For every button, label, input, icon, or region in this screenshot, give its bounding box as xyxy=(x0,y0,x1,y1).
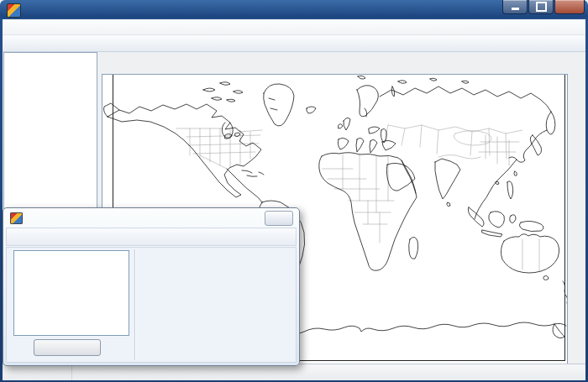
dialog-titlebar[interactable] xyxy=(3,208,299,228)
data-file-list[interactable] xyxy=(13,250,129,336)
dialog-toolbar xyxy=(6,228,297,246)
meteoinfo-icon xyxy=(10,212,23,224)
main-toolbar xyxy=(3,35,585,52)
form-separator xyxy=(134,249,135,360)
maximize-icon xyxy=(536,2,547,12)
meteoinfo-window xyxy=(0,0,588,382)
status-bar xyxy=(3,364,585,380)
remove-all-button[interactable] xyxy=(34,339,101,356)
minimize-icon xyxy=(512,8,519,10)
status-tool xyxy=(3,364,72,380)
dialog-body xyxy=(6,247,297,363)
menu-bar xyxy=(3,19,585,35)
titlebar[interactable] xyxy=(0,0,588,19)
meteo-data-dialog[interactable] xyxy=(3,207,300,366)
maximize-button[interactable] xyxy=(528,0,554,14)
close-button[interactable] xyxy=(554,0,585,14)
dialog-close-button[interactable] xyxy=(265,211,293,226)
app-icon xyxy=(7,3,21,18)
tab-strip xyxy=(102,52,568,74)
status-coordinates xyxy=(72,364,89,380)
minimize-button[interactable] xyxy=(502,0,528,14)
